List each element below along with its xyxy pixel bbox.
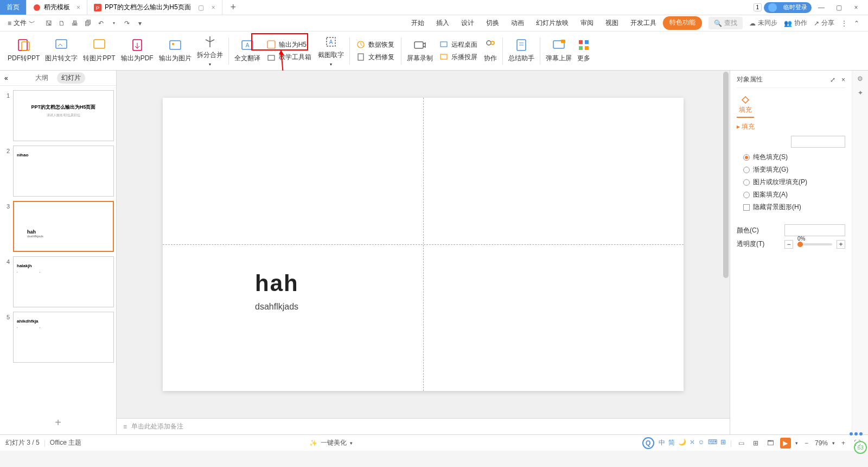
output-pdf-button[interactable]: 输出为PDF xyxy=(119,37,156,64)
zoom-level[interactable]: 79% xyxy=(815,439,828,447)
crop-text-button[interactable]: A截图取字▾ xyxy=(316,34,346,68)
menu-tab-features[interactable]: 特色功能 xyxy=(663,16,702,30)
chevron-down-icon[interactable]: ▾ xyxy=(795,440,798,446)
close-window-button[interactable]: × xyxy=(848,1,864,14)
presentation-mode-icon[interactable]: ▢ xyxy=(197,4,205,11)
thumbnail-list[interactable]: 1 PPT的文档怎么输出为H5页面演讲人姓名/职位及职位 2 nihao 3 h… xyxy=(0,86,116,411)
checkbox-hide-bg[interactable]: 隐藏背景图形(H) xyxy=(737,201,845,213)
close-icon[interactable]: × xyxy=(212,4,215,11)
tab-docer[interactable]: 稻壳模板 × xyxy=(27,0,87,15)
settings-icon[interactable]: ⚙ xyxy=(857,75,863,83)
summary-assistant-button[interactable]: 总结助手 xyxy=(506,37,537,64)
menu-tab-animation[interactable]: 动画 xyxy=(506,16,529,30)
plus-button[interactable]: + xyxy=(837,240,845,249)
menu-tab-view[interactable]: 视图 xyxy=(600,16,624,30)
tab-current-doc[interactable]: P PPT的文档怎么输出为H5页面 ▢ × xyxy=(87,0,222,15)
output-h5-button[interactable]: 输出为H5 xyxy=(264,39,315,51)
barrage-button[interactable]: 弹幕上屏 xyxy=(544,37,574,64)
expand-icon[interactable]: ⤢ xyxy=(830,76,835,84)
slide-title[interactable]: hah xyxy=(255,270,299,296)
ime-status[interactable]: 中简 🌙 ⤫☺ ⌨ ⊞ xyxy=(659,438,726,447)
add-slide-button[interactable]: + xyxy=(0,411,116,434)
print-button[interactable]: 🖶 xyxy=(69,17,81,29)
normal-view-icon[interactable]: ▭ xyxy=(736,438,746,448)
screen-record-button[interactable]: 屏幕录制 xyxy=(405,37,435,64)
assistant-icon[interactable]: Q xyxy=(642,437,654,449)
badge-63[interactable]: 63 xyxy=(854,441,867,454)
more-button[interactable]: 更多 xyxy=(575,37,592,64)
thumbnail-item[interactable]: 5 ahikdhfkja▪▪ xyxy=(2,312,114,363)
pic-to-text-button[interactable]: 图片转文字 xyxy=(43,37,80,64)
teach-toolbox-button[interactable]: 教学工具箱 xyxy=(264,52,315,63)
pic-to-ppt-button[interactable]: 转图片PPT xyxy=(81,37,117,64)
collab-button[interactable]: 👥协作 xyxy=(784,18,807,28)
section-fill[interactable]: 填充 xyxy=(737,122,845,131)
menu-tab-transition[interactable]: 切换 xyxy=(481,16,505,30)
slide[interactable]: hah dsahflkjads xyxy=(163,98,684,391)
close-panel-icon[interactable]: × xyxy=(841,76,845,84)
new-tab-button[interactable]: + xyxy=(222,0,244,15)
radio-pattern-fill[interactable]: 图案填充(A) xyxy=(737,188,845,201)
reading-view-icon[interactable]: 🗔 xyxy=(765,438,776,448)
sync-status[interactable]: ☁未同步 xyxy=(749,18,777,28)
radio-picture-fill[interactable]: 图片或纹理填充(P) xyxy=(737,176,845,188)
transparency-slider[interactable]: 0% xyxy=(797,243,832,245)
save-button[interactable]: 🖫 xyxy=(43,17,55,29)
radio-gradient-fill[interactable]: 渐变填充(G) xyxy=(737,163,845,176)
maximize-button[interactable]: ▢ xyxy=(831,1,846,14)
output-image-button[interactable]: 输出为图片 xyxy=(157,37,194,64)
thumbnail-item[interactable]: 3 hahdsahflkjads xyxy=(2,201,114,252)
window-count-badge[interactable]: 1 xyxy=(754,3,762,11)
menu-tab-review[interactable]: 审阅 xyxy=(575,16,599,30)
print-preview-button[interactable]: 🗐 xyxy=(82,17,94,29)
slide-subtitle[interactable]: dsahflkjads xyxy=(255,302,298,312)
zoom-in-button[interactable]: + xyxy=(839,438,847,448)
collab-button[interactable]: 协作 xyxy=(482,37,499,64)
slideshow-button[interactable]: ▶ xyxy=(780,438,791,449)
redo-button[interactable]: ↷ xyxy=(121,17,133,29)
doc-repair-button[interactable]: 文档修复 xyxy=(353,52,398,63)
menu-tab-insert[interactable]: 插入 xyxy=(431,16,455,30)
sparkle-icon[interactable]: ✦ xyxy=(858,89,863,97)
slides-tab[interactable]: 幻灯片 xyxy=(57,72,85,84)
thumbnail-item[interactable]: 4 halakjh▪▪ xyxy=(2,256,114,307)
color-picker[interactable] xyxy=(784,224,845,236)
zoom-out-button[interactable]: − xyxy=(802,438,810,448)
menu-tab-start[interactable]: 开始 xyxy=(406,16,430,30)
collapse-ribbon[interactable]: ⌃ xyxy=(854,20,859,27)
menu-tab-devtools[interactable]: 开发工具 xyxy=(625,16,662,30)
save-as-button[interactable]: 🗋 xyxy=(56,17,68,29)
minus-button[interactable]: − xyxy=(784,240,793,249)
more-menu[interactable]: ⋮ xyxy=(841,20,847,27)
floating-hint[interactable] xyxy=(850,432,863,436)
sorter-view-icon[interactable]: ⊞ xyxy=(751,438,761,448)
radio-solid-fill[interactable]: 纯色填充(S) xyxy=(737,151,845,163)
data-recovery-button[interactable]: 数据恢复 xyxy=(353,39,398,51)
login-button[interactable]: • 临时登录 xyxy=(764,2,812,13)
chevron-down-icon[interactable]: ▾ xyxy=(832,440,835,446)
slide-canvas[interactable]: hah dsahflkjads xyxy=(117,71,730,418)
fulltext-translate-button[interactable]: A全文翻译 xyxy=(232,37,263,64)
vertical-scrollbar[interactable] xyxy=(722,71,730,418)
fill-preset-select[interactable] xyxy=(791,136,845,148)
fill-tab[interactable]: 填充 xyxy=(737,92,754,118)
tab-home[interactable]: 首页 xyxy=(0,0,27,15)
pdf-to-ppt-button[interactable]: PDF转PPT xyxy=(5,37,42,64)
qat-overflow[interactable]: ▾ xyxy=(134,17,146,29)
close-icon[interactable]: × xyxy=(76,4,80,11)
file-menu[interactable]: ≡ 文件 ﹀ xyxy=(4,18,39,28)
split-merge-button[interactable]: 拆分合并▾ xyxy=(195,34,225,68)
menu-tab-slideshow[interactable]: 幻灯片放映 xyxy=(531,16,574,30)
minimize-button[interactable]: — xyxy=(814,1,829,14)
beautify-button[interactable]: ✨一键美化▾ xyxy=(309,438,353,447)
share-button[interactable]: ↗分享 xyxy=(814,18,834,28)
outline-tab[interactable]: 大纲 xyxy=(31,72,53,84)
thumbnail-item[interactable]: 2 nihao xyxy=(2,146,114,197)
collapse-panel-icon[interactable]: « xyxy=(4,74,8,82)
menu-tab-design[interactable]: 设计 xyxy=(456,16,480,30)
thumbnail-item[interactable]: 1 PPT的文档怎么输出为H5页面演讲人姓名/职位及职位 xyxy=(2,90,114,141)
undo-button[interactable]: ↶ xyxy=(95,17,107,29)
notes-bar[interactable]: ≡ 单击此处添加备注 xyxy=(117,418,730,434)
lebo-cast-button[interactable]: 乐播投屏 xyxy=(436,52,481,63)
remote-desktop-button[interactable]: 远程桌面 xyxy=(436,39,481,51)
